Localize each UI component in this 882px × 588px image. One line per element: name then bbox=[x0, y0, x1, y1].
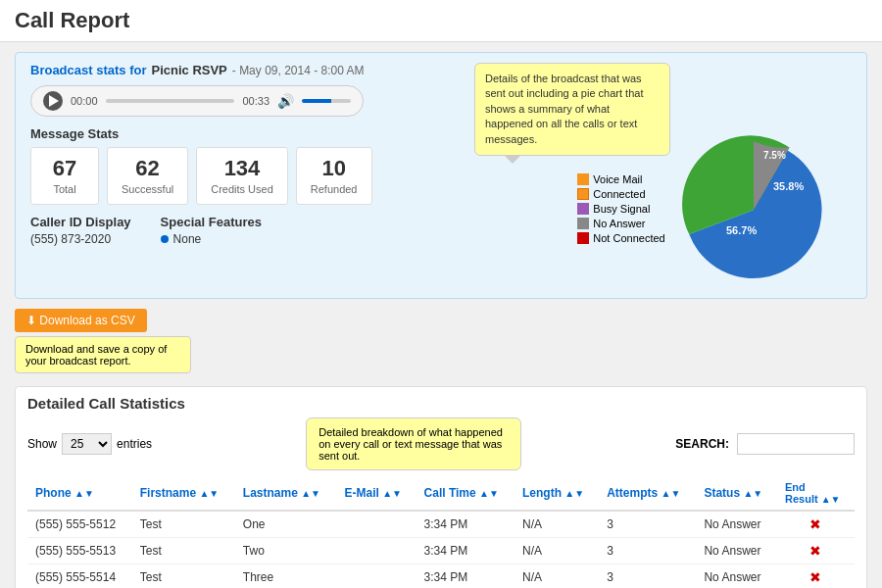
cell-endresult: ✖ bbox=[777, 538, 855, 564]
stat-number-total: 67 bbox=[45, 156, 84, 181]
legend-color-notconnected bbox=[577, 232, 589, 244]
cell-firstname: Test bbox=[132, 564, 235, 589]
table-row: (555) 555-5513 Test Two 3:34 PM N/A 3 No… bbox=[27, 538, 855, 564]
message-stats-title: Message Stats bbox=[30, 126, 543, 141]
col-attempts[interactable]: Attempts ▲▼ bbox=[599, 476, 696, 511]
stat-label-successful: Successful bbox=[122, 183, 173, 195]
table-row: (555) 555-5514 Test Three 3:34 PM N/A 3 … bbox=[27, 564, 855, 589]
cell-lastname: One bbox=[235, 511, 337, 538]
col-status[interactable]: Status ▲▼ bbox=[696, 476, 777, 511]
legend-item-voicemail: Voice Mail bbox=[577, 173, 664, 185]
tooltip-details: Details of the broadcast that was sent o… bbox=[474, 63, 670, 156]
special-features-value: None bbox=[173, 232, 202, 246]
special-features-section: Special Features None bbox=[161, 215, 262, 246]
col-firstname[interactable]: Firstname ▲▼ bbox=[132, 476, 235, 511]
svg-text:35.8%: 35.8% bbox=[773, 180, 804, 192]
svg-text:7.5%: 7.5% bbox=[763, 150, 786, 161]
legend-color-busy bbox=[577, 203, 589, 215]
legend-label-connected: Connected bbox=[593, 188, 645, 200]
broadcast-panel: Details of the broadcast that was sent o… bbox=[15, 52, 867, 299]
tooltip-detailed: Detailed breakdown of what happened on e… bbox=[306, 417, 521, 470]
data-table: Phone ▲▼ Firstname ▲▼ Lastname ▲▼ E-Mail… bbox=[27, 476, 855, 588]
broadcast-name: Picnic RSVP bbox=[151, 63, 226, 77]
stat-number-refunded: 10 bbox=[311, 156, 358, 181]
cell-length: N/A bbox=[514, 564, 599, 589]
caller-id-section: Caller ID Display (555) 873-2020 bbox=[30, 215, 131, 246]
download-csv-button[interactable]: ⬇ Download as CSV bbox=[15, 309, 147, 332]
cell-lastname: Two bbox=[235, 538, 337, 564]
play-button[interactable] bbox=[43, 91, 63, 111]
download-tooltip: Download and save a copy of your broadca… bbox=[15, 336, 191, 373]
legend-label-notconnected: Not Connected bbox=[593, 232, 664, 244]
search-input[interactable] bbox=[737, 433, 855, 455]
tooltip-detailed-wrapper: Detailed breakdown of what happened on e… bbox=[152, 417, 675, 470]
cell-email bbox=[336, 538, 416, 564]
detailed-section: Detailed Call Statistics Show 25 50 100 … bbox=[15, 386, 867, 588]
page-title: Call Report bbox=[15, 8, 867, 33]
pie-chart: 56.7% 35.8% 7.5% bbox=[675, 131, 832, 288]
legend-color-noanswer bbox=[577, 218, 589, 229]
col-lastname[interactable]: Lastname ▲▼ bbox=[235, 476, 337, 511]
cell-attempts: 3 bbox=[599, 511, 696, 538]
legend-label-noanswer: No Answer bbox=[593, 218, 645, 229]
stat-label-refunded: Refunded bbox=[311, 183, 358, 195]
cell-phone: (555) 555-5513 bbox=[27, 538, 132, 564]
broadcast-date: - May 09, 2014 - 8:00 AM bbox=[232, 64, 365, 77]
legend-color-voicemail bbox=[577, 173, 589, 185]
search-label: SEARCH: bbox=[675, 437, 729, 451]
cell-phone: (555) 555-5512 bbox=[27, 511, 132, 538]
entries-select[interactable]: 25 50 100 bbox=[62, 433, 112, 455]
cell-attempts: 3 bbox=[599, 538, 696, 564]
play-icon bbox=[49, 95, 59, 107]
detailed-title: Detailed Call Statistics bbox=[27, 395, 855, 412]
cell-status: No Answer bbox=[696, 564, 777, 589]
cell-status: No Answer bbox=[696, 538, 777, 564]
caller-id-title: Caller ID Display bbox=[30, 215, 131, 229]
show-label: Show bbox=[27, 437, 57, 451]
volume-slider[interactable] bbox=[302, 99, 351, 103]
stat-box-refunded: 10 Refunded bbox=[296, 147, 372, 205]
progress-bar[interactable] bbox=[106, 99, 235, 103]
svg-text:56.7%: 56.7% bbox=[726, 224, 757, 236]
cell-endresult: ✖ bbox=[777, 564, 855, 589]
stat-number-successful: 62 bbox=[122, 156, 173, 181]
broadcast-label: Broadcast stats for bbox=[30, 63, 146, 77]
cell-firstname: Test bbox=[132, 511, 235, 538]
caller-id-value: (555) 873-2020 bbox=[30, 232, 131, 246]
legend-label-voicemail: Voice Mail bbox=[593, 173, 642, 185]
download-section: ⬇ Download as CSV Download and save a co… bbox=[15, 309, 867, 332]
table-row: (555) 555-5512 Test One 3:34 PM N/A 3 No… bbox=[27, 511, 855, 538]
col-calltime[interactable]: Call Time ▲▼ bbox=[416, 476, 514, 511]
cell-firstname: Test bbox=[132, 538, 235, 564]
cell-phone: (555) 555-5514 bbox=[27, 564, 132, 589]
cell-attempts: 3 bbox=[599, 564, 696, 589]
legend-color-connected bbox=[577, 188, 589, 200]
cell-email bbox=[336, 564, 416, 589]
cell-length: N/A bbox=[514, 511, 599, 538]
legend-label-busy: Busy Signal bbox=[593, 203, 650, 215]
stat-box-total: 67 Total bbox=[30, 147, 99, 205]
legend-item-connected: Connected bbox=[577, 188, 664, 200]
cell-lastname: Three bbox=[235, 564, 337, 589]
legend-item-noanswer: No Answer bbox=[577, 218, 664, 229]
cell-calltime: 3:34 PM bbox=[416, 538, 514, 564]
col-length[interactable]: Length ▲▼ bbox=[514, 476, 599, 511]
stat-number-credits: 134 bbox=[211, 156, 273, 181]
cell-email bbox=[336, 511, 416, 538]
cell-calltime: 3:34 PM bbox=[416, 564, 514, 589]
col-phone[interactable]: Phone ▲▼ bbox=[27, 476, 132, 511]
legend-item-busy: Busy Signal bbox=[577, 203, 664, 215]
cell-endresult: ✖ bbox=[777, 511, 855, 538]
col-email[interactable]: E-Mail ▲▼ bbox=[336, 476, 416, 511]
audio-player[interactable]: 00:00 00:33 🔊 bbox=[30, 85, 364, 117]
special-features-title: Special Features bbox=[161, 215, 262, 229]
stat-label-total: Total bbox=[53, 183, 75, 195]
legend-item-notconnected: Not Connected bbox=[577, 232, 664, 244]
volume-icon: 🔊 bbox=[277, 93, 294, 109]
stat-box-successful: 62 Successful bbox=[107, 147, 188, 205]
stat-box-credits: 134 Credits Used bbox=[196, 147, 288, 205]
col-endresult[interactable]: EndResult ▲▼ bbox=[777, 476, 855, 511]
entries-label: entries bbox=[117, 437, 152, 451]
time-end: 00:33 bbox=[242, 95, 270, 107]
time-start: 00:00 bbox=[71, 95, 98, 107]
